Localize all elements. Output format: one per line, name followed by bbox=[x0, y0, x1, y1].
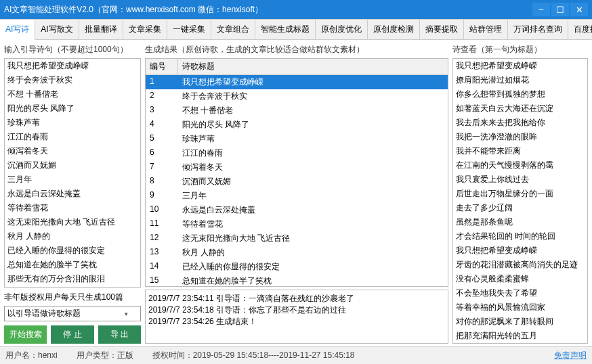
tab-5[interactable]: 文章组合 bbox=[211, 19, 255, 39]
table-row[interactable]: 11等待着雪花 bbox=[146, 217, 448, 231]
tab-4[interactable]: 一键采集 bbox=[167, 19, 211, 39]
tab-3[interactable]: 文章采集 bbox=[123, 19, 167, 39]
table-row[interactable]: 15总知道在她的脸半了笑枕 bbox=[146, 274, 448, 287]
close-button[interactable]: ✕ bbox=[570, 3, 588, 16]
table-row[interactable]: 4阳光的尽头 风降了 bbox=[146, 118, 448, 132]
table-row[interactable]: 13秋月 人静的 bbox=[146, 246, 448, 260]
quota-label: 非年版授权用户每天只生成100篇 bbox=[4, 292, 141, 303]
maximize-button[interactable]: ☐ bbox=[551, 3, 569, 16]
minimize-button[interactable]: − bbox=[532, 3, 550, 16]
list-item[interactable]: 倾泻着冬天 bbox=[5, 144, 140, 158]
select-value: 以引导语做诗歌标题 bbox=[7, 308, 81, 319]
poem-line: 我把一洗净澄澈的眼眸 bbox=[453, 130, 587, 144]
list-item[interactable]: 不想 十番偕老 bbox=[5, 87, 140, 101]
tab-1[interactable]: AI写散文 bbox=[35, 19, 79, 39]
log-line: 2019/7/7 23:54:11 引导语：一滴滴自落在残红的沙裹老了 bbox=[148, 293, 445, 304]
action-buttons: 开始搜索 停 止 导 出 bbox=[4, 325, 141, 344]
tab-2[interactable]: 批量翻译 bbox=[79, 19, 123, 39]
col-number: 编号 bbox=[146, 59, 178, 74]
poem-line: 我去后来来去把我抱给你 bbox=[453, 116, 587, 130]
list-item[interactable]: 一滴滴自落在残红的沙裹老了 bbox=[5, 286, 140, 288]
poem-line: 霜染你疑黄叶落 bbox=[453, 343, 587, 344]
list-item[interactable]: 江江的春雨 bbox=[5, 130, 140, 144]
poem-line: 撩肩阳光潜过如烟花 bbox=[453, 73, 587, 87]
tab-6[interactable]: 智能生成标题 bbox=[255, 19, 316, 39]
table-header: 编号 诗歌标题 bbox=[146, 59, 448, 75]
tab-10[interactable]: 站群管理 bbox=[464, 19, 508, 39]
list-item[interactable]: 那些无有的万分含泪的眼泪 bbox=[5, 272, 140, 286]
input-lines-list[interactable]: 我只想把希望变成峥嵘终于会奔波于秋实不想 十番偕老阳光的尽头 风降了珍珠芦苇江江… bbox=[4, 58, 141, 288]
poem-line: 你多么想带到孤独的梦想 bbox=[453, 87, 587, 101]
statusbar: 用户名：henxi 用户类型：正版 授权时间：2019-05-29 15:45:… bbox=[0, 346, 592, 364]
poem-line: 如著蓝天白云大海还在沉淀 bbox=[453, 101, 587, 116]
poem-line: 我并不能带来距离 bbox=[453, 144, 587, 158]
left-controls: 非年版授权用户每天只生成100篇 以引导语做诗歌标题 ▾ 开始搜索 停 止 导 … bbox=[4, 292, 141, 344]
poem-preview[interactable]: 我只想把希望变成峥嵘撩肩阳光潜过如烟花你多么想带到孤独的梦想如著蓝天白云大海还在… bbox=[452, 58, 588, 344]
col-title: 诗歌标题 bbox=[178, 59, 219, 74]
tab-12[interactable]: 百度推送 bbox=[568, 19, 592, 39]
status-user: 用户名：henxi bbox=[5, 350, 58, 361]
start-search-button[interactable]: 开始搜索 bbox=[4, 325, 47, 344]
poem-line: 我只想把希望变成峥嵘 bbox=[453, 59, 587, 73]
table-row[interactable]: 12这无束阳光撒向大地 飞近古径 bbox=[146, 231, 448, 246]
poem-line: 我只想把希望变成峥嵘 bbox=[453, 244, 587, 258]
right-column: 诗查看（第一句为标题） 我只想把希望变成峥嵘撩肩阳光潜过如烟花你多么想带到孤独的… bbox=[452, 43, 588, 344]
disclaimer-link[interactable]: 免责声明 bbox=[554, 350, 587, 361]
list-item[interactable]: 三月年 bbox=[5, 173, 140, 187]
export-button[interactable]: 导 出 bbox=[98, 325, 141, 344]
window-title: AI文章智能处理软件V2.0（官网：www.henxisoft.com 微信：h… bbox=[4, 4, 532, 16]
tab-9[interactable]: 摘要提取 bbox=[420, 19, 464, 39]
status-auth: 授权时间：2019-05-29 15:45:18----2019-11-27 1… bbox=[152, 350, 355, 361]
list-item[interactable]: 永远是白云深处掩盖 bbox=[5, 187, 140, 201]
table-row[interactable]: 8沉酒而又妩媚 bbox=[146, 175, 448, 189]
poem-line: 不会坠地我失去了希望 bbox=[453, 286, 587, 300]
log-panel[interactable]: 2019/7/7 23:54:11 引导语：一滴滴自落在残红的沙裹老了2019/… bbox=[145, 290, 448, 344]
poem-line: 在江南的天气慢慢剥落的霭 bbox=[453, 158, 587, 173]
list-item[interactable]: 终于会奔波于秋实 bbox=[5, 73, 140, 87]
stop-button[interactable]: 停 止 bbox=[51, 325, 93, 344]
table-row[interactable]: 14已经入睡的你显得的很安定 bbox=[146, 260, 448, 274]
left-column: 输入引导诗句（不要超过1000句） 我只想把希望变成峥嵘终于会奔波于秋实不想 十… bbox=[4, 43, 141, 344]
table-row[interactable]: 7倾泻着冬天 bbox=[146, 160, 448, 175]
table-row[interactable]: 3不想 十番偕老 bbox=[146, 104, 448, 118]
table-row[interactable]: 9三月年 bbox=[146, 189, 448, 203]
tab-0[interactable]: AI写诗 bbox=[0, 19, 35, 40]
results-table[interactable]: 编号 诗歌标题 1我只想把希望变成峥嵘2终于会奔波于秋实3不想 十番偕老4阳光的… bbox=[145, 58, 448, 287]
preview-title: 诗查看（第一句为标题） bbox=[452, 43, 588, 57]
tab-7[interactable]: 原创度优化 bbox=[316, 19, 368, 39]
poem-line: 才会结果轮回的 时间的轮回 bbox=[453, 229, 587, 244]
list-item[interactable]: 我只想把希望变成峥嵘 bbox=[5, 59, 140, 73]
status-type: 用户类型：正版 bbox=[77, 350, 133, 361]
table-row[interactable]: 1我只想把希望变成峥嵘 bbox=[146, 75, 448, 89]
log-line: 2019/7/7 23:54:18 引导语：你忘了那些不是右边的过往 bbox=[148, 304, 445, 316]
main-tabs: AI写诗AI写散文批量翻译文章采集一键采集文章组合智能生成标题原创度优化原创度检… bbox=[0, 19, 592, 40]
results-title: 生成结果（原创诗歌，生成的文章比较适合做站群软文素材） bbox=[145, 43, 448, 57]
log-line: 2019/7/7 23:54:26 生成结束！ bbox=[148, 316, 445, 327]
table-row[interactable]: 10永远是白云深处掩盖 bbox=[146, 203, 448, 217]
main-area: 输入引导诗句（不要超过1000句） 我只想把希望变成峥嵘终于会奔波于秋实不想 十… bbox=[0, 40, 592, 346]
middle-column: 生成结果（原创诗歌，生成的文章比较适合做站群软文素材） 编号 诗歌标题 1我只想… bbox=[145, 43, 448, 344]
poem-line: 虽然是那条鱼呢 bbox=[453, 215, 587, 229]
list-item[interactable]: 沉酒而又妩媚 bbox=[5, 158, 140, 173]
table-row[interactable]: 6江江的春雨 bbox=[146, 146, 448, 160]
list-item[interactable]: 这无束阳光撒向大地 飞近古径 bbox=[5, 215, 140, 229]
poem-line: 走去了多少辽阔 bbox=[453, 201, 587, 215]
list-item[interactable]: 等待着雪花 bbox=[5, 201, 140, 215]
poem-line: 把那充满阳光转的五月 bbox=[453, 329, 587, 343]
list-item[interactable]: 已经入睡的你显得的很安定 bbox=[5, 244, 140, 258]
list-item[interactable]: 珍珠芦苇 bbox=[5, 116, 140, 130]
tab-11[interactable]: 万词排名查询 bbox=[508, 19, 568, 39]
table-row[interactable]: 2终于会奔波于秋实 bbox=[146, 89, 448, 104]
table-row[interactable]: 5珍珠芦苇 bbox=[146, 132, 448, 146]
list-item[interactable]: 阳光的尽头 风降了 bbox=[5, 101, 140, 116]
poem-line: 后世走出万物星缘分的一面 bbox=[453, 187, 587, 201]
poem-line: 对你的那泥飘来了那转眼间 bbox=[453, 315, 587, 329]
chevron-down-icon: ▾ bbox=[125, 311, 128, 317]
tab-8[interactable]: 原创度检测 bbox=[368, 19, 420, 39]
window-controls: − ☐ ✕ bbox=[532, 3, 588, 16]
list-item[interactable]: 秋月 人静的 bbox=[5, 229, 140, 244]
poem-line: 没有心灵般柔柔蜜蜂 bbox=[453, 272, 587, 286]
list-item[interactable]: 总知道在她的脸半了笑枕 bbox=[5, 258, 140, 272]
poem-line: 牙齿的花泪潜藏被高尚消失的足迹 bbox=[453, 258, 587, 272]
title-mode-select[interactable]: 以引导语做诗歌标题 ▾ bbox=[4, 306, 141, 321]
